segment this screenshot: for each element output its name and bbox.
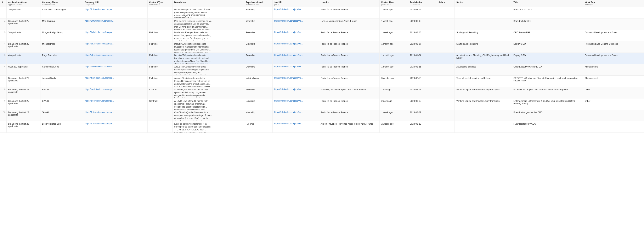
col-work-type: Work Type workType: [583, 0, 644, 7]
salary: [437, 121, 454, 133]
posted-time: 1 month ago: [380, 64, 408, 76]
exp-level: Executive: [244, 41, 272, 53]
contract-type: Contract: [148, 98, 172, 110]
job-url: https://fr.linkedin.com/jobs/vie…: [272, 7, 319, 19]
row-number: 10: [0, 110, 6, 121]
job-url: https://fr.linkedin.com/jobs/vie…: [272, 98, 319, 110]
app-count: Be among the first 25 applicants: [6, 121, 40, 133]
description: Jumanji Studio is a startup studio found…: [172, 76, 214, 87]
published-at: 2023-03-03: [408, 30, 437, 41]
table-row: 129 applicantsVELCARAT Champagnehttps://…: [0, 7, 644, 19]
company-name: TerraH: [40, 110, 83, 121]
contract-type: Full-time: [148, 64, 172, 76]
title: Bras droit et gauche des CEO: [512, 110, 583, 121]
col-location: Location: [319, 0, 380, 7]
table-row: 4Be among the first 25 applicantsMichael…: [0, 41, 644, 53]
app-count: Be among the first 25 applicants: [6, 98, 40, 110]
work-type: Business Development and Sales: [583, 53, 644, 64]
row-number: 1: [0, 7, 6, 19]
posted-time: 2 days ago: [380, 98, 408, 110]
sector: Venture Capital and Private Equity Princ…: [455, 87, 512, 98]
salary: [437, 64, 454, 76]
salary: [437, 76, 454, 87]
row-number: 3: [0, 30, 6, 41]
location: Paris, Île-de-France, France: [319, 64, 380, 76]
description: About The CompanyPremier cloud-based dig…: [172, 64, 214, 75]
row-number: 11: [0, 121, 6, 133]
company-url: https://www.linkedin.com/com…: [83, 19, 148, 30]
work-type: [583, 110, 644, 121]
row-number: 2: [0, 19, 6, 30]
app-count: 40 applicants: [6, 53, 40, 64]
exp-level: Internship: [244, 7, 272, 19]
sector: [455, 110, 512, 121]
contract-type: Contract: [148, 87, 172, 98]
col-company: Company Name companyName: [40, 0, 83, 7]
work-type: Purchasing and General Business: [583, 41, 644, 53]
published-at: 2023-03-04: [408, 7, 437, 19]
exp-level: Not Applicable: [244, 76, 272, 87]
location: Paris, Île-de-France, France: [319, 30, 380, 41]
table-row: 7Be among the first 25 applicantsJumanji…: [0, 76, 644, 87]
posted-time: 1 day ago: [380, 87, 408, 98]
col-exp-level: Experience Level experienceLevel: [244, 0, 272, 7]
company-name: Confidential Jobs: [40, 64, 83, 76]
contract-type: [148, 19, 172, 30]
col-contract: Contract Type contractType: [148, 0, 172, 7]
posted-time: 1 week ago: [380, 7, 408, 19]
col-sector: Sector: [455, 0, 512, 7]
company-name: Les Premières Sud: [40, 121, 83, 133]
table-row: 10Be among the first 25 applicantsTerraH…: [0, 110, 644, 121]
table-row: 6Over 200 applicantsConfidential Jobshtt…: [0, 64, 644, 76]
company-name: Jumanji Studio: [40, 76, 83, 87]
app-count: Be among the first 25 applicants: [6, 87, 40, 98]
table-row: 2Be among the first 25 applicantsMon Col…: [0, 19, 644, 30]
col-appcount: Applications Count applicationsCount: [6, 0, 40, 7]
location: Paris, Île-de-France, France: [319, 41, 380, 53]
description: Deputy CEO position in real estate inves…: [172, 41, 214, 53]
published-at: 2023-03-02: [408, 110, 437, 121]
published-at: 2023-02-15: [408, 76, 437, 87]
sector: [455, 19, 512, 30]
col-published-at: Published At publishedAt: [408, 0, 437, 7]
table-row: 336 applicantsMorgan Philips Grouphttps:…: [0, 30, 644, 41]
sector: Architecture and Planning, Civil Enginee…: [455, 53, 512, 64]
exp-level: Executive: [244, 98, 272, 110]
salary: [437, 19, 454, 30]
col-title: Title: [512, 0, 583, 7]
table-row: 8Be among the first 25 applicantsEWORhtt…: [0, 87, 644, 98]
title: CEO/CTO - Co-founder (Remote) Mentoring …: [512, 76, 583, 87]
salary: [437, 53, 454, 64]
job-url: https://fr.linkedin.com/jobs/vie…: [272, 76, 319, 87]
location: Paris, Île-de-France, France: [319, 98, 380, 110]
published-at: 2023-03-11: [408, 87, 437, 98]
sector: [455, 121, 512, 133]
company-url: https://lu.linkedin.com/compa…: [83, 30, 148, 41]
work-type: [583, 121, 644, 133]
row-number: 4: [0, 41, 6, 53]
app-count: Be among the first 25 applicants: [6, 110, 40, 121]
table-row: 540 applicantsPage Executivehttps://uk.l…: [0, 53, 644, 64]
work-type: Business Development and Sales: [583, 30, 644, 41]
published-at: 2023-02-07: [408, 41, 437, 53]
job-url: https://fr.linkedin.com/jobs/vie…: [272, 30, 319, 41]
title: Entertainment Entrepreneur & CEO at your…: [512, 98, 583, 110]
posted-time: 1 month ago: [380, 53, 408, 64]
company-url: https://fr.linkedin.com/compan…: [83, 7, 148, 19]
table-header: # Applications Count applicationsCount C…: [0, 0, 644, 7]
location: Aix-en-Provence, Provence-Alpes-Côte d'A…: [319, 121, 380, 133]
exp-level: Executive: [244, 53, 272, 64]
contract-type: Full-time: [148, 76, 172, 87]
published-at: 2023-03-03: [408, 19, 437, 30]
work-type: Management: [583, 76, 644, 87]
main-table: # Applications Count applicationsCount C…: [0, 0, 644, 133]
app-count: 36 applicants: [6, 30, 40, 41]
company-url: https://uk.linkedin.com/compa…: [83, 41, 148, 53]
table-row: 11Be among the first 25 applicantsLes Pr…: [0, 121, 644, 133]
title: Deputy CEO: [512, 41, 583, 53]
work-type: Management: [583, 64, 644, 76]
company-url: https://fr.linkedin.com/compan…: [83, 76, 148, 87]
work-type: Other: [583, 98, 644, 110]
title: Futur Repreneur / CEO: [512, 121, 583, 133]
contract-type: Full-time: [148, 53, 172, 64]
